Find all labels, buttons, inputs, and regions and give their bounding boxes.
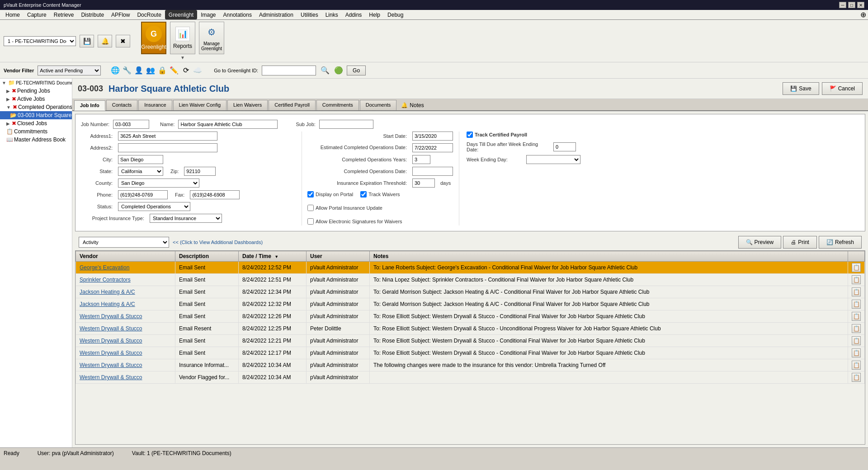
table-row[interactable]: Jackson Heating & A/C Email Sent 8/24/20… (76, 286, 865, 298)
sidebar-item-commitments[interactable]: 📋 Commitments (0, 127, 72, 136)
group-icon[interactable]: 👥 (145, 65, 156, 76)
additional-dashboards-link[interactable]: << (Click to View Additional Dashboards) (173, 240, 263, 245)
menu-administration[interactable]: Administration (255, 10, 297, 19)
sync-icon[interactable]: ⟳ (180, 65, 191, 76)
tab-lien-waivers[interactable]: Lien Waivers (227, 100, 268, 110)
menu-debug[interactable]: Debug (384, 10, 407, 19)
cell-vendor[interactable]: Jackson Heating & A/C (76, 286, 175, 298)
save-button[interactable]: 💾 Save (783, 82, 819, 95)
menu-capture[interactable]: Capture (24, 10, 50, 19)
minimize-button[interactable]: ─ (839, 2, 846, 8)
lock-icon[interactable]: 🔒 (157, 65, 168, 76)
tab-job-info[interactable]: Job Info (74, 100, 105, 111)
track-waivers-checkbox[interactable] (360, 191, 367, 197)
table-row[interactable]: Western Drywall & Stucco Email Sent 8/24… (76, 335, 865, 347)
cell-vendor[interactable]: Western Drywall & Stucco (76, 335, 175, 347)
sidebar-item-harbor-square[interactable]: 📂 03-003 Harbor Square (0, 111, 72, 119)
row-action-button[interactable]: 📋 (852, 275, 861, 284)
table-row[interactable]: Western Drywall & Stucco Email Resent 8/… (76, 323, 865, 335)
days-till-due-input[interactable] (553, 142, 576, 151)
week-ending-day-select[interactable] (526, 155, 580, 164)
table-row[interactable]: Western Drywall & Stucco Insurance Infor… (76, 359, 865, 371)
cell-vendor[interactable]: Jackson Heating & A/C (76, 298, 175, 310)
table-row[interactable]: Western Drywall & Stucco Email Sent 8/24… (76, 310, 865, 323)
greenlight-toolbar-button[interactable]: G Greenlight (141, 22, 166, 54)
cancel-button[interactable]: 🚩 Cancel (822, 82, 863, 95)
menu-apflow[interactable]: APFlow (108, 10, 133, 19)
row-action-button[interactable]: 📋 (852, 361, 861, 370)
close-button[interactable]: ✕ (857, 2, 864, 8)
row-action-button[interactable]: 📋 (852, 373, 861, 382)
menu-retrieve[interactable]: Retrieve (50, 10, 78, 19)
maximize-button[interactable]: □ (848, 2, 855, 8)
sidebar-item-closed-jobs[interactable]: ▶ ✖ Closed Jobs (0, 119, 72, 127)
manage-greenlight-button[interactable]: ⚙ Manage Greenlight (199, 22, 224, 54)
job-number-input[interactable] (113, 120, 149, 129)
table-row[interactable]: Jackson Heating & A/C Email Sent 8/24/20… (76, 298, 865, 310)
fax-input[interactable] (190, 190, 240, 199)
state-select[interactable]: California (118, 167, 163, 176)
address2-input[interactable] (118, 143, 217, 152)
sidebar-item-completed-ops[interactable]: ▼ ✖ Completed Operations (0, 103, 72, 111)
cell-vendor[interactable]: Western Drywall & Stucco (76, 323, 175, 335)
address1-input[interactable] (118, 132, 217, 141)
globe-icon[interactable]: 🌐 (110, 65, 121, 76)
row-action-button[interactable]: 📋 (852, 336, 861, 345)
sidebar-item-master-address[interactable]: 📖 Master Address Book (0, 136, 72, 144)
cloud-icon[interactable]: ☁️ (192, 65, 203, 76)
col-vendor[interactable]: Vendor (76, 251, 175, 262)
cell-vendor[interactable]: Western Drywall & Stucco (76, 371, 175, 384)
row-action-button[interactable]: 📋 (852, 324, 861, 333)
sidebar-item-pending-jobs[interactable]: ▶ ✖ Pending Jobs (0, 87, 72, 95)
menu-image[interactable]: Image (197, 10, 219, 19)
cell-vendor[interactable]: Western Drywall & Stucco (76, 310, 175, 323)
tab-notes[interactable]: 🔔 Notes (397, 100, 427, 110)
tool-icon[interactable]: 🔧 (122, 65, 132, 76)
display-on-portal-checkbox[interactable] (307, 191, 314, 197)
tab-insurance[interactable]: Insurance (138, 100, 172, 110)
name-input[interactable] (178, 120, 278, 129)
dashboard-select[interactable]: Activity (79, 237, 169, 248)
project-insurance-select[interactable]: Standard Insurance (150, 214, 222, 223)
row-action-button[interactable]: 📋 (852, 312, 861, 321)
cell-vendor[interactable]: George's Excavation (76, 262, 175, 274)
menu-addins[interactable]: Addins (342, 10, 366, 19)
cell-vendor[interactable]: Sprinkler Contractors (76, 274, 175, 286)
close-small-button[interactable]: ✖ (116, 35, 130, 47)
table-row[interactable]: George's Excavation Email Sent 8/24/2022… (76, 262, 865, 274)
sidebar-item-active-jobs[interactable]: ▶ ✖ Active Jobs (0, 95, 72, 103)
insurance-expiration-input[interactable] (412, 179, 435, 188)
menu-home[interactable]: Home (2, 10, 24, 19)
tab-commitments[interactable]: Commitments (316, 100, 359, 110)
user-icon[interactable]: 👤 (133, 65, 144, 76)
city-input[interactable] (118, 155, 163, 164)
save-small-button[interactable]: 💾 (80, 35, 94, 47)
refresh-button[interactable]: 🔄 Refresh (819, 236, 862, 249)
sidebar-item-pe-techwriting[interactable]: ▼ 📁 PE-TECHWRITING Documents (0, 79, 72, 87)
completed-ops-date-input[interactable] (412, 167, 453, 176)
preview-button[interactable]: 🔍 Preview (738, 236, 782, 249)
allow-electronic-signatures-checkbox[interactable] (307, 218, 314, 225)
document-dropdown[interactable]: 1 - PE-TECHWRITING Documer (4, 36, 76, 46)
menu-distribute[interactable]: Distribute (77, 10, 108, 19)
table-row[interactable]: Western Drywall & Stucco Email Sent 8/24… (76, 347, 865, 359)
tab-contacts[interactable]: Contacts (106, 100, 137, 110)
status-select[interactable]: Completed Operations (118, 202, 190, 211)
menu-links[interactable]: Links (322, 10, 342, 19)
start-date-input[interactable] (412, 132, 453, 141)
menu-docroute[interactable]: DocRoute (133, 10, 165, 19)
col-datetime[interactable]: Date / Time ▼ (239, 251, 307, 262)
allow-portal-insurance-checkbox[interactable] (307, 205, 314, 211)
row-action-button[interactable]: 📋 (852, 300, 861, 309)
tab-certified-payroll[interactable]: Certified Payroll (269, 100, 316, 110)
county-select[interactable]: San Diego (118, 179, 199, 188)
col-user[interactable]: User (307, 251, 370, 262)
goto-input[interactable] (262, 66, 316, 75)
menu-utilities[interactable]: Utilities (297, 10, 322, 19)
track-certified-payroll-checkbox[interactable] (467, 132, 473, 138)
estimated-completed-input[interactable] (412, 143, 453, 152)
table-scroll[interactable]: Vendor Description Date / Time ▼ User No… (75, 251, 865, 444)
menu-annotations[interactable]: Annotations (220, 10, 255, 19)
cell-vendor[interactable]: Western Drywall & Stucco (76, 359, 175, 371)
row-action-button[interactable]: 📋 (852, 263, 861, 272)
